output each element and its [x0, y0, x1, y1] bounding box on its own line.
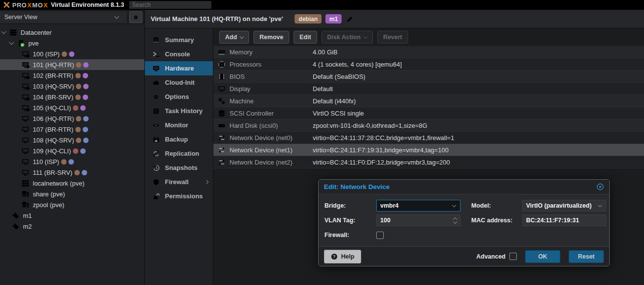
chevron-right-icon	[205, 180, 208, 184]
node-icon	[17, 40, 25, 47]
table-row-display[interactable]: DisplayDefault	[213, 83, 644, 95]
nav-item-hardware[interactable]: Hardware	[145, 61, 213, 75]
table-row-hard-disk[interactable]: Hard Disk (scsi0)zpool:vm-101-disk-0,iot…	[213, 119, 644, 132]
tree-item-vm-108[interactable]: 108 (HQ-SRV)	[0, 135, 144, 145]
chevron-down-icon[interactable]	[9, 40, 14, 45]
model-select[interactable]: VirtIO (paravirtualized)	[522, 200, 606, 212]
history-icon	[153, 165, 160, 171]
table-row-machine[interactable]: MachineDefault (i440fx)	[213, 95, 644, 107]
tree-item-datacenter[interactable]: Datacenter	[0, 27, 144, 38]
vm-stopped-icon	[22, 158, 29, 166]
tree-item-vm-109[interactable]: 109 (HQ-CLI)	[0, 145, 144, 156]
vm-tag-debian[interactable]: debian	[295, 14, 322, 24]
sidebar: Server View Datacenter pve 100 (ISP) 101…	[0, 10, 145, 285]
nav-item-replication[interactable]: Replication	[145, 146, 213, 161]
mac-address-input[interactable]: BC:24:11:F7:19:31	[522, 214, 606, 226]
table-row-processors[interactable]: Processors4 (1 sockets, 4 cores) [qemu64…	[213, 58, 644, 71]
table-row-net2[interactable]: Network Device (net2)virtio=BC:24:11:F0:…	[213, 156, 644, 168]
nav-item-monitor[interactable]: Monitor	[145, 118, 213, 132]
tag-dot	[74, 170, 80, 175]
tree-item-vm-103[interactable]: 103 (HQ-SRV)	[0, 81, 144, 92]
nav-item-task-history[interactable]: Task History	[145, 104, 213, 118]
table-row-net1[interactable]: Network Device (net1)virtio=BC:24:11:F7:…	[213, 144, 644, 156]
tag-dot	[61, 159, 67, 165]
nav-item-snapshots[interactable]: Snapshots	[145, 161, 213, 175]
tree-item-zpool[interactable]: zpool (pve)	[0, 199, 144, 210]
nav-item-cloud-init[interactable]: Cloud-Init	[145, 75, 213, 90]
tree-item-vm-106[interactable]: 106 (HQ-RTR)	[0, 113, 144, 124]
memory-icon	[217, 48, 226, 56]
floppy-icon	[153, 136, 160, 143]
disk-action-button[interactable]: Disk Action	[322, 31, 373, 44]
vlan-tag-input[interactable]: 100	[376, 214, 460, 226]
nav-item-console[interactable]: Console	[145, 47, 213, 61]
tag-dot	[76, 84, 81, 89]
unlock-icon	[153, 193, 160, 200]
help-button[interactable]: Help	[324, 250, 361, 263]
tree-item-vm-102[interactable]: 102 (BR-RTR)	[0, 70, 144, 81]
add-button[interactable]: Add	[219, 31, 249, 44]
advanced-checkbox[interactable]	[509, 253, 517, 260]
tag-dot	[83, 84, 89, 89]
ok-button[interactable]: OK	[525, 250, 560, 263]
remove-button[interactable]: Remove	[253, 31, 289, 44]
vm-stopped-icon	[22, 169, 29, 176]
table-row-scsi-controller[interactable]: SCSI ControllerVirtIO SCSI single	[213, 107, 644, 119]
dialog-title-bar[interactable]: Edit: Network Device	[319, 180, 609, 194]
tree-item-tag-m1[interactable]: m1	[0, 210, 144, 221]
dialog-title: Edit: Network Device	[324, 183, 390, 190]
nav-item-firewall[interactable]: Firewall	[145, 175, 213, 189]
tree-item-vm-107[interactable]: 107 (BR-RTR)	[0, 124, 144, 135]
tree-item-vm-100[interactable]: 100 (ISP)	[0, 48, 144, 59]
table-row-bios[interactable]: BIOSDefault (SeaBIOS)	[213, 71, 644, 83]
network-grid-icon	[22, 180, 29, 187]
tag-dot	[75, 73, 81, 78]
nav-item-summary[interactable]: Summary	[145, 33, 213, 47]
number-spinner[interactable]	[454, 218, 457, 223]
nav-item-permissions[interactable]: Permissions	[145, 189, 213, 203]
tag-dot	[76, 116, 81, 121]
tag-dot	[83, 95, 88, 100]
tag-dot	[83, 73, 88, 78]
bridge-select[interactable]: vmbr4	[376, 200, 460, 212]
tree-item-vm-111[interactable]: 111 (BR-SRV)	[0, 167, 144, 178]
monitor-icon	[153, 65, 160, 72]
tag-dot	[62, 51, 67, 57]
firewall-checkbox[interactable]	[376, 232, 384, 239]
close-icon[interactable]	[597, 183, 604, 190]
table-row-memory[interactable]: Memory4.00 GiB	[213, 46, 644, 58]
dialog-footer: Help Advanced OK Reset	[319, 246, 609, 266]
chevron-down-icon[interactable]	[1, 29, 6, 34]
search-input[interactable]	[129, 1, 211, 9]
replication-icon	[153, 150, 160, 157]
page-title: Virtual Machine 101 (HQ-RTR) on node 'pv…	[151, 15, 283, 23]
revert-button[interactable]: Revert	[377, 31, 408, 44]
vm-nav-panel: Summary Console Hardware Cloud-Init Opti…	[145, 28, 213, 285]
edit-tags-pencil-icon[interactable]	[346, 16, 353, 23]
tree-item-tag-m2[interactable]: m2	[0, 221, 144, 232]
tree-item-vm-105[interactable]: 105 (HQ-CLI)	[0, 102, 144, 113]
server-icon	[9, 29, 17, 36]
tree-item-localnetwork[interactable]: localnetwork (pve)	[0, 178, 144, 189]
tag-dot	[80, 148, 86, 154]
sidebar-settings-button[interactable]	[129, 11, 142, 23]
nav-item-backup[interactable]: Backup	[145, 132, 213, 146]
edit-button[interactable]: Edit	[294, 31, 317, 44]
tag-icon	[12, 212, 20, 219]
table-row-net0[interactable]: Network Device (net0)virtio=BC:24:11:37:…	[213, 132, 644, 144]
list-icon	[153, 108, 160, 115]
tree-item-share[interactable]: share (pve)	[0, 189, 144, 199]
advanced-label: Advanced	[476, 253, 506, 260]
tree-item-pve[interactable]: pve	[0, 38, 144, 48]
mac-address-label: MAC address:	[471, 217, 522, 224]
nav-item-options[interactable]: Options	[145, 90, 213, 104]
reset-button[interactable]: Reset	[569, 250, 604, 263]
vm-tag-m1[interactable]: m1	[325, 14, 342, 24]
vlan-tag-label: VLAN Tag:	[324, 217, 376, 224]
tree-item-vm-101[interactable]: 101 (HQ-RTR)	[0, 59, 144, 70]
tree-item-vm-104[interactable]: 104 (BR-SRV)	[0, 92, 144, 102]
tree-item-vm-110[interactable]: 110 (ISP)	[0, 156, 144, 167]
tag-dot	[73, 105, 78, 111]
vm-running-icon	[22, 104, 29, 112]
view-mode-select[interactable]: Server View	[0, 11, 127, 23]
